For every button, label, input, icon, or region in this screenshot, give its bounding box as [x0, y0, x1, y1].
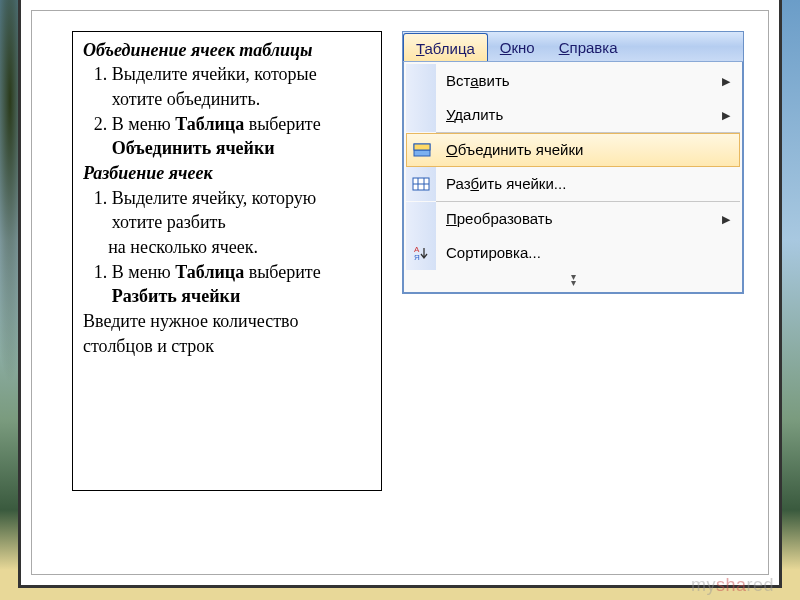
watermark: myshared	[691, 575, 774, 596]
expand-chevrons-icon[interactable]: ▾ ▾	[406, 270, 740, 290]
menu-help-rest: правка	[570, 39, 618, 56]
word-menu-screenshot: Таблица Окно Справка Вставить ▶	[402, 31, 744, 294]
merge-steps: Выделите ячейки, которые хотите объедини…	[83, 62, 371, 160]
menu-item-insert[interactable]: Вставить ▶	[406, 64, 740, 98]
menu-window-rest: кно	[512, 39, 535, 56]
menu-help[interactable]: Справка	[547, 32, 630, 61]
slide-frame-inner: Объединение ячеек таблицы Выделите ячейк…	[31, 10, 769, 575]
blank-icon	[406, 64, 436, 98]
split-step-1: Выделите ячейку, которую хотите разбить	[112, 186, 371, 235]
menu-table-rest: аблица	[425, 40, 475, 57]
split-step-2: В меню Таблица выберите Разбить ячейки	[112, 260, 371, 309]
split-steps: Выделите ячейку, которую хотите разбить	[83, 186, 371, 235]
sort-icon: А Я	[406, 236, 436, 270]
split-cells-icon	[406, 167, 436, 201]
dropdown-menu: Вставить ▶ Удалить ▶	[403, 62, 743, 293]
merge-cells-icon	[406, 133, 436, 167]
menu-item-sort-label: Сортировка...	[446, 236, 541, 270]
slide-frame-outer: Объединение ячеек таблицы Выделите ячейк…	[18, 0, 782, 588]
menu-table[interactable]: Таблица	[403, 33, 488, 61]
split-title: Разбиение ячеек	[83, 161, 371, 185]
svg-text:Я: Я	[414, 253, 420, 262]
menu-item-merge-cells[interactable]: Объединить ячейки	[406, 133, 740, 167]
split-step-1-cont: на несколько ячеек.	[83, 235, 371, 259]
blank-icon	[406, 98, 436, 132]
menu-item-split-cells[interactable]: Разбить ячейки...	[406, 167, 740, 201]
blank-icon	[406, 202, 436, 236]
menu-bar: Таблица Окно Справка	[403, 32, 743, 62]
menu-item-convert[interactable]: Преобразовать ▶	[406, 202, 740, 236]
merge-step-2: В меню Таблица выберите Объединить ячейк…	[112, 112, 371, 161]
split-steps-2: В меню Таблица выберите Разбить ячейки	[83, 260, 371, 309]
instruction-textbox: Объединение ячеек таблицы Выделите ячейк…	[72, 31, 382, 491]
submenu-arrow-icon: ▶	[722, 98, 730, 132]
svg-rect-2	[414, 144, 430, 150]
submenu-arrow-icon: ▶	[722, 202, 730, 236]
merge-step-1: Выделите ячейки, которые хотите объедини…	[112, 62, 371, 111]
menu-window[interactable]: Окно	[488, 32, 547, 61]
menu-item-delete[interactable]: Удалить ▶	[406, 98, 740, 132]
merge-title: Объединение ячеек таблицы	[83, 38, 371, 62]
menu-item-sort[interactable]: А Я Сортировка...	[406, 236, 740, 270]
footer-note: Введите нужное количество столбцов и стр…	[83, 309, 371, 358]
submenu-arrow-icon: ▶	[722, 64, 730, 98]
